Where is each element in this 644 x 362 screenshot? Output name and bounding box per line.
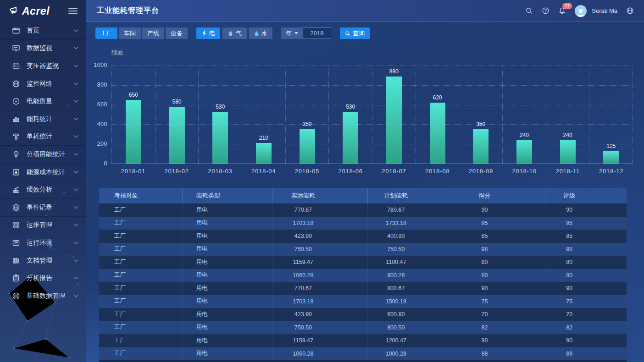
table-cell: 工厂 (99, 269, 183, 282)
scope-tab-2[interactable]: 产线 (142, 27, 164, 39)
bar-value-label: 650 (129, 92, 138, 98)
logo-text: Acrel (22, 5, 50, 17)
table-cell: 80 (545, 256, 626, 269)
gridline (111, 124, 633, 125)
base-data-icon (12, 292, 20, 300)
sidebar-item-label: 事件记录 (27, 203, 52, 212)
sidebar-item-label: 单耗统计 (27, 132, 52, 141)
x-tick-label: 2018-01 (111, 168, 155, 175)
table-cell: 用电 (183, 256, 273, 269)
bar (169, 107, 185, 164)
sidebar-item-2[interactable]: 变压器监视 (0, 57, 86, 75)
avatar[interactable] (575, 5, 587, 17)
scope-tab-3[interactable]: 设备 (166, 27, 188, 39)
table-cell: 770.67 (272, 203, 368, 217)
bar-value-label: 210 (259, 135, 268, 141)
app: Acrel 首页数据监视变压器监视监控网络电能质量能耗统计单耗统计分项用能统计能… (0, 0, 644, 362)
table-cell: 用电 (183, 295, 273, 308)
menu-collapse-icon[interactable] (68, 6, 78, 16)
table-cell: 工厂 (99, 321, 183, 335)
table-cell: 98 (545, 243, 626, 256)
chart-column-2018-09: 350 (459, 66, 502, 164)
table-cell: 90 (458, 282, 545, 295)
table-cell: 1159.47 (272, 334, 368, 347)
chart-column-2018-10: 240 (502, 66, 546, 164)
x-tick-label: 2018-12 (589, 168, 633, 175)
y-tick-label: 600 (97, 101, 107, 108)
sidebar-item-15[interactable]: 基础数据管理 (0, 287, 86, 305)
table-cell: 90 (458, 334, 545, 347)
sidebar-item-4[interactable]: 电能质量 (0, 93, 86, 110)
notification-badge: 11 (562, 3, 572, 9)
x-tick-label: 2018-04 (242, 168, 285, 175)
table-cell: 1703.18 (272, 217, 368, 230)
document-icon (12, 257, 20, 265)
table-cell: 82 (545, 321, 626, 335)
sidebar-item-5[interactable]: 能耗统计 (0, 110, 86, 128)
bolt-icon (201, 30, 207, 37)
sidebar-item-11[interactable]: 运维管理 (0, 217, 86, 235)
y-tick-label: 1000 (94, 62, 107, 68)
sidebar-item-6[interactable]: 单耗统计 (0, 128, 86, 146)
sidebar-item-label: 运行环境 (27, 239, 52, 247)
table-cell: 工厂 (99, 203, 183, 217)
year-input[interactable] (303, 27, 331, 39)
help-icon[interactable] (542, 7, 550, 15)
chart-column-2018-01: 650 (111, 66, 155, 164)
y-tick-label: 400 (97, 121, 107, 127)
sidebar-item-8[interactable]: 能源成本统计 (0, 164, 86, 181)
user-name[interactable]: Serati Ma (592, 7, 617, 14)
language-globe-icon[interactable] (626, 7, 634, 15)
table-cell: 88 (545, 347, 626, 361)
bar (212, 112, 228, 164)
sidebar-item-12[interactable]: 运行环境 (0, 234, 86, 252)
y-tick-label: 800 (97, 82, 107, 88)
chevron-down-icon (74, 82, 78, 85)
topbar: 工业能耗管理平台 11 (86, 0, 644, 22)
water-drop-icon (254, 30, 259, 37)
filter-bar: 工厂车间产线设备 电气水 年 查询 (95, 27, 644, 39)
performance-icon (12, 186, 20, 194)
sidebar-item-3[interactable]: 监控网络 (0, 75, 86, 93)
scope-tab-1[interactable]: 车间 (119, 27, 141, 39)
table-cell: 800.67 (368, 282, 458, 295)
sidebar-item-9[interactable]: 绩效分析 (0, 181, 86, 199)
bar (603, 151, 619, 164)
sidebar-item-label: 首页 (27, 27, 39, 35)
sidebar-item-label: 分项用能统计 (27, 150, 65, 159)
sidebar-item-7[interactable]: 分项用能统计 (0, 146, 86, 164)
table-row-8: 工厂用电423.90600.907070 (99, 308, 627, 321)
table-cell: 770.67 (272, 282, 368, 295)
table-row-1: 工厂用电1703.181733.189595 (99, 217, 627, 230)
x-tick-label: 2018-06 (329, 168, 372, 175)
energy-tab-1[interactable]: 气 (222, 27, 247, 39)
sidebar-item-10[interactable]: 事件记录 (0, 199, 86, 217)
sidebar-item-0[interactable]: 首页 (0, 22, 86, 40)
search-icon[interactable] (525, 7, 533, 15)
table-cell: 工厂 (99, 334, 183, 347)
chevron-down-icon (74, 65, 78, 67)
table-row-10: 工厂用电1159.471200.479090 (99, 334, 627, 347)
table-cell: 1500.18 (368, 295, 458, 308)
chevron-down-icon (74, 188, 78, 191)
x-tick-label: 2018-10 (503, 168, 546, 175)
notifications-bell-icon[interactable]: 11 (558, 7, 566, 15)
sidebar-item-1[interactable]: 数据监视 (0, 40, 86, 58)
energy-tab-0[interactable]: 电 (196, 27, 220, 39)
scope-tab-0[interactable]: 工厂 (95, 27, 117, 39)
table-column-header: 评级 (545, 188, 626, 203)
gridline (111, 105, 633, 105)
period-select[interactable]: 年 (281, 27, 303, 39)
ops-icon (12, 221, 20, 229)
query-button[interactable]: 查询 (340, 27, 370, 39)
sidebar-item-13[interactable]: 文档管理 (0, 252, 86, 270)
home-icon (12, 27, 20, 35)
gridline (111, 66, 633, 66)
performance-bar-chart: 绩效 10008006004002000 6505805302103505308… (90, 49, 633, 178)
transformer-monitor-icon (12, 62, 20, 70)
chevron-down-icon (294, 32, 298, 34)
sidebar-item-label: 基础数据管理 (27, 292, 65, 300)
bar (126, 100, 141, 164)
energy-tab-2[interactable]: 水 (249, 27, 272, 39)
sidebar-item-14[interactable]: 分析报告 (0, 269, 86, 287)
